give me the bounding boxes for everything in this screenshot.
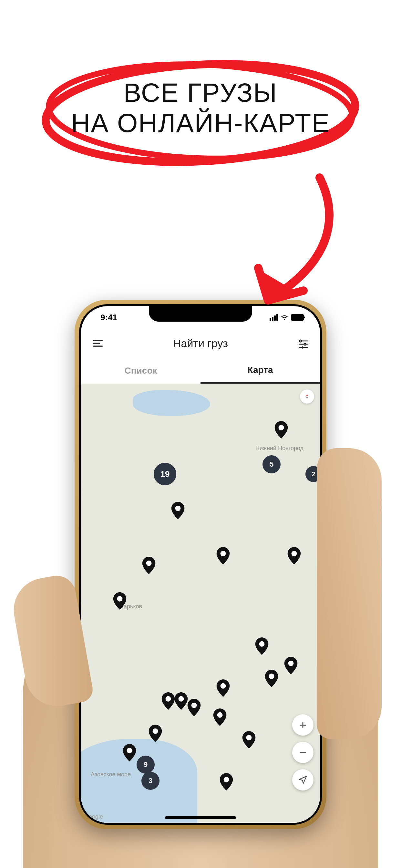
map-cluster[interactable]: 5 (263, 455, 281, 473)
map-cluster[interactable]: 9 (136, 755, 155, 774)
svg-point-9 (146, 561, 152, 566)
map-cluster[interactable]: 19 (154, 463, 176, 485)
svg-marker-24 (306, 397, 308, 399)
promo-headline: ВСЕ ГРУЗЫ НА ОНЛАЙН-КАРТЕ (39, 78, 362, 138)
promo-line-2: НА ОНЛАЙН-КАРТЕ (39, 108, 362, 138)
map-pin[interactable] (274, 421, 288, 438)
map-pin[interactable] (265, 670, 278, 687)
map-cluster[interactable]: 3 (142, 772, 159, 790)
map-attribution: Google (84, 813, 103, 820)
map-pin[interactable] (220, 773, 233, 790)
phone-notch (149, 306, 252, 321)
map-pin[interactable] (161, 692, 175, 710)
svg-point-11 (259, 641, 265, 647)
wifi-icon (281, 314, 288, 321)
map-canvas[interactable]: Нижний НовгородХарьковАзовское море 1952… (81, 383, 320, 823)
map-pin[interactable] (216, 547, 230, 564)
page-title: Найти груз (173, 337, 228, 350)
status-time: 9:41 (94, 313, 117, 322)
svg-point-7 (220, 551, 226, 556)
map-pin[interactable] (287, 547, 301, 564)
map-pin[interactable] (171, 502, 185, 519)
svg-point-14 (166, 696, 171, 702)
map-pin[interactable] (255, 638, 269, 655)
map-pin[interactable] (174, 692, 188, 710)
compass-button[interactable] (300, 390, 314, 404)
zoom-out-button[interactable]: − (292, 742, 313, 763)
promo-line-1: ВСЕ ГРУЗЫ (39, 78, 362, 108)
map-pin[interactable] (216, 679, 230, 697)
svg-point-19 (127, 748, 132, 753)
app-header: Найти груз (81, 329, 320, 358)
tab-map[interactable]: Карта (201, 358, 320, 383)
tab-list[interactable]: Список (81, 358, 201, 383)
svg-point-20 (224, 777, 229, 782)
battery-icon (291, 314, 304, 321)
map-city-label: Азовское море (91, 771, 131, 778)
map-pin[interactable] (284, 657, 298, 674)
locate-me-button[interactable] (292, 769, 313, 790)
svg-point-21 (246, 735, 252, 740)
svg-point-17 (217, 712, 223, 718)
map-water (133, 390, 210, 416)
svg-point-22 (220, 683, 226, 689)
svg-point-3 (299, 340, 301, 342)
map-pin[interactable] (142, 557, 156, 574)
svg-marker-23 (306, 394, 308, 397)
map-pin[interactable] (242, 731, 256, 748)
map-city-label: Нижний Новгород (255, 445, 304, 452)
svg-point-5 (279, 425, 284, 430)
map-pin[interactable] (187, 699, 201, 716)
menu-icon[interactable] (91, 336, 105, 350)
map-pin[interactable] (123, 744, 136, 762)
cellular-signal-icon (270, 314, 278, 321)
svg-point-8 (291, 551, 297, 556)
map-pin[interactable] (149, 724, 162, 742)
phone-screen: 9:41 Найти груз (81, 306, 320, 823)
svg-point-18 (153, 728, 158, 734)
phone-device-frame: 9:41 Найти груз (74, 300, 327, 829)
hand-holding-phone: 9:41 Найти груз (0, 287, 401, 868)
view-tabs: Список Карта (81, 358, 320, 383)
map-pin[interactable] (213, 709, 227, 726)
svg-point-6 (175, 506, 181, 511)
svg-point-10 (117, 596, 123, 601)
filter-icon[interactable] (296, 336, 310, 350)
svg-point-13 (269, 674, 274, 679)
svg-point-12 (288, 661, 294, 666)
home-indicator[interactable] (165, 816, 236, 819)
svg-point-4 (304, 343, 306, 345)
map-pin[interactable] (113, 592, 127, 610)
svg-point-15 (179, 696, 184, 702)
map-water (81, 739, 197, 823)
svg-point-16 (191, 703, 197, 708)
zoom-in-button[interactable]: + (292, 714, 313, 736)
